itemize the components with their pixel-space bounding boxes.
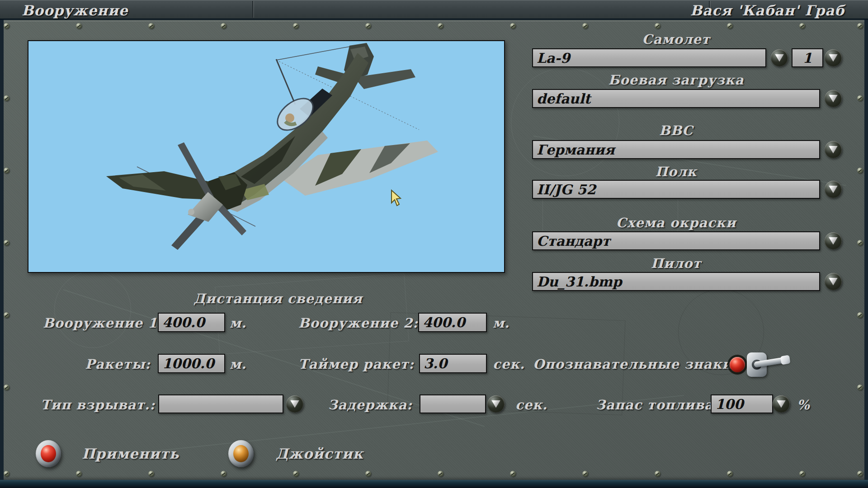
screen-title: Вооружение <box>22 2 128 19</box>
weapon1-label: Вооружение 1: <box>43 315 151 331</box>
aircraft-count-field[interactable]: 1 <box>792 48 823 67</box>
rocket-timer-unit: сек. <box>493 357 525 372</box>
screw-icon <box>655 23 660 29</box>
regiment-dropdown-arrow-icon[interactable] <box>825 181 842 198</box>
arrow-down-icon <box>829 186 838 193</box>
arrow-down-icon <box>829 278 838 286</box>
weapon2-unit: м. <box>493 315 509 331</box>
fuze-type-select[interactable] <box>158 394 283 413</box>
pilot-label: Пилот <box>532 256 820 271</box>
delay-input[interactable] <box>420 394 486 413</box>
arrow-down-icon <box>491 400 500 408</box>
aircraft-render <box>28 41 504 272</box>
screw-icon <box>799 471 805 477</box>
arrow-down-icon <box>829 95 838 103</box>
screw-icon <box>857 471 863 477</box>
paint-scheme-dropdown-arrow-icon[interactable] <box>825 232 842 249</box>
weapon1-input[interactable] <box>158 313 225 332</box>
rockets-unit: м. <box>230 357 246 372</box>
weapon1-unit: м. <box>230 315 246 331</box>
screw-icon <box>857 168 863 174</box>
rocket-timer-input[interactable] <box>419 354 487 373</box>
red-button-dome-icon <box>41 445 56 462</box>
screw-icon <box>293 23 299 29</box>
loadout-select[interactable]: default <box>532 89 820 108</box>
screw-icon <box>857 385 863 390</box>
weapon2-label: Вооружение 2: <box>298 315 413 331</box>
bottom-edge-bar <box>0 480 868 488</box>
airforce-label: ВВС <box>532 123 820 138</box>
aircraft-count-arrow-icon[interactable] <box>825 49 842 66</box>
armament-screen: Вооружение Вася 'Кабан' Граб <box>0 0 868 488</box>
screw-icon <box>76 23 82 29</box>
airforce-select[interactable]: Германия <box>532 140 820 159</box>
screw-icon <box>727 471 733 477</box>
rockets-input[interactable] <box>158 354 225 373</box>
title-bar-seam <box>252 1 253 18</box>
screw-icon <box>582 23 588 29</box>
regiment-select[interactable]: II/JG 52 <box>532 180 820 199</box>
fuel-dropdown-arrow-icon[interactable] <box>773 395 790 413</box>
pilot-select[interactable]: Du_31.bmp <box>532 272 820 291</box>
amber-button-dome-icon <box>233 445 249 462</box>
loadout-dropdown-arrow-icon[interactable] <box>825 90 842 107</box>
screw-icon <box>4 23 9 29</box>
screw-icon <box>148 471 154 477</box>
fuel-label: Запас топлива: <box>596 397 705 413</box>
arrow-down-icon <box>829 146 838 154</box>
markings-label: Опознавательные знаки: <box>533 357 737 372</box>
screw-icon <box>221 23 226 29</box>
arrow-down-icon <box>775 54 784 62</box>
screen-edge <box>0 0 4 488</box>
screw-icon <box>4 240 9 246</box>
fuel-unit: % <box>797 397 810 413</box>
screw-icon <box>4 95 9 101</box>
joystick-button[interactable] <box>228 440 254 467</box>
fuel-input[interactable] <box>711 394 773 413</box>
aircraft-dropdown-arrow-icon[interactable] <box>771 49 788 66</box>
title-bar: Вооружение Вася 'Кабан' Граб <box>0 0 868 20</box>
fuze-type-dropdown-arrow-icon[interactable] <box>286 395 303 413</box>
screen-edge <box>864 0 868 488</box>
arrow-down-icon <box>829 237 838 245</box>
screw-icon <box>293 471 299 477</box>
paint-scheme-select[interactable]: Стандарт <box>532 231 820 250</box>
joystick-button-label: Джойстик <box>276 446 363 462</box>
screw-icon <box>221 471 226 477</box>
screw-icon <box>857 95 863 101</box>
delay-dropdown-arrow-icon[interactable] <box>487 395 505 413</box>
screw-icon <box>510 471 516 477</box>
delay-label: Задержка: <box>316 397 412 413</box>
screw-icon <box>857 23 863 29</box>
screw-icon <box>582 471 588 477</box>
screw-icon <box>857 312 863 318</box>
screw-icon <box>148 23 154 29</box>
screw-icon <box>857 240 863 246</box>
screw-icon <box>510 23 516 29</box>
screw-icon <box>4 385 9 390</box>
aircraft-preview <box>28 40 505 273</box>
screw-icon <box>438 23 443 29</box>
delay-unit: сек. <box>515 397 547 413</box>
markings-indicator-light-icon <box>730 357 745 372</box>
screw-icon <box>4 168 9 174</box>
arrow-down-icon <box>290 400 299 408</box>
fuze-type-label: Тип взрыват.: <box>41 397 150 413</box>
weapon2-input[interactable] <box>418 313 487 332</box>
aircraft-select[interactable]: La-9 <box>532 48 766 67</box>
screw-icon <box>438 471 443 477</box>
screw-icon <box>4 312 9 318</box>
airforce-dropdown-arrow-icon[interactable] <box>825 141 842 158</box>
screw-icon <box>365 471 371 477</box>
apply-button[interactable] <box>36 440 61 467</box>
screw-icon <box>365 23 371 29</box>
arrow-down-icon <box>829 54 838 62</box>
pilot-dropdown-arrow-icon[interactable] <box>825 273 842 290</box>
screw-icon <box>655 471 660 477</box>
rockets-label: Ракеты: <box>43 357 151 372</box>
aircraft-label: Самолет <box>532 32 820 47</box>
loadout-label: Боевая загрузка <box>532 72 820 88</box>
apply-button-label: Применить <box>82 446 179 462</box>
regiment-label: Полк <box>532 164 820 179</box>
player-name: Вася 'Кабан' Граб <box>690 2 844 19</box>
